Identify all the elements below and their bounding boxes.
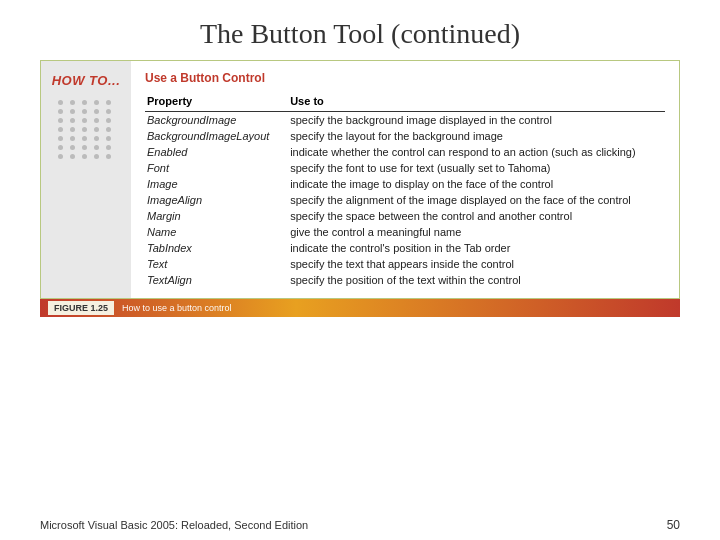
dot	[70, 118, 75, 123]
dot-pattern	[58, 100, 114, 159]
useto-cell: indicate the image to display on the fac…	[288, 176, 665, 192]
dot	[82, 127, 87, 132]
table-row: Enabledindicate whether the control can …	[145, 144, 665, 160]
dot	[82, 118, 87, 123]
dot	[106, 109, 111, 114]
dot	[58, 109, 63, 114]
table-row: Marginspecify the space between the cont…	[145, 208, 665, 224]
table-row: BackgroundImageLayoutspecify the layout …	[145, 128, 665, 144]
table-row: Fontspecify the font to use for text (us…	[145, 160, 665, 176]
useto-cell: specify the background image displayed i…	[288, 112, 665, 129]
property-cell: Image	[145, 176, 288, 192]
useto-cell: specify the space between the control an…	[288, 208, 665, 224]
dot	[94, 127, 99, 132]
dot	[70, 145, 75, 150]
col-header-useto: Use to	[288, 93, 665, 112]
dot	[94, 145, 99, 150]
property-cell: BackgroundImage	[145, 112, 288, 129]
edition-text: Microsoft Visual Basic 2005: Reloaded, S…	[40, 519, 308, 531]
property-table: Property Use to BackgroundImagespecify t…	[145, 93, 665, 288]
dot	[70, 154, 75, 159]
figure-label-area: FIGURE 1.25 How to use a button control	[48, 301, 672, 315]
useto-cell: specify the text that appears inside the…	[288, 256, 665, 272]
dot	[106, 136, 111, 141]
property-cell: Text	[145, 256, 288, 272]
footer: Microsoft Visual Basic 2005: Reloaded, S…	[40, 518, 680, 532]
dot	[58, 127, 63, 132]
dot	[82, 145, 87, 150]
howto-label: HOW TO...	[52, 73, 121, 88]
dot	[58, 136, 63, 141]
dot	[94, 154, 99, 159]
table-row: TextAlignspecify the position of the tex…	[145, 272, 665, 288]
useto-cell: indicate whether the control can respond…	[288, 144, 665, 160]
dot	[58, 154, 63, 159]
property-cell: Enabled	[145, 144, 288, 160]
dot	[70, 127, 75, 132]
useto-cell: specify the alignment of the image displ…	[288, 192, 665, 208]
dot	[82, 100, 87, 105]
page-number: 50	[667, 518, 680, 532]
table-row: ImageAlignspecify the alignment of the i…	[145, 192, 665, 208]
figure-label: FIGURE 1.25	[48, 301, 114, 315]
table-row: Imageindicate the image to display on th…	[145, 176, 665, 192]
useto-cell: give the control a meaningful name	[288, 224, 665, 240]
figure-bar: FIGURE 1.25 How to use a button control	[40, 299, 680, 317]
dot	[106, 154, 111, 159]
how-to-main: Use a Button Control Property Use to Bac…	[131, 61, 679, 298]
how-to-sidebar: HOW TO...	[41, 61, 131, 298]
dot	[94, 118, 99, 123]
useto-cell: specify the font to use for text (usuall…	[288, 160, 665, 176]
dot	[106, 118, 111, 123]
dot	[70, 100, 75, 105]
page-title: The Button Tool (continued)	[0, 0, 720, 60]
property-cell: Margin	[145, 208, 288, 224]
property-cell: TextAlign	[145, 272, 288, 288]
dot	[94, 100, 99, 105]
table-row: TabIndexindicate the control's position …	[145, 240, 665, 256]
how-to-box: HOW TO...	[40, 60, 680, 299]
property-cell: BackgroundImageLayout	[145, 128, 288, 144]
property-cell: TabIndex	[145, 240, 288, 256]
figure-wrapper: HOW TO...	[40, 60, 680, 317]
dot	[70, 136, 75, 141]
dot	[94, 136, 99, 141]
dot	[106, 145, 111, 150]
dot	[82, 136, 87, 141]
table-row: BackgroundImagespecify the background im…	[145, 112, 665, 129]
useto-cell: indicate the control's position in the T…	[288, 240, 665, 256]
section-title: Use a Button Control	[145, 71, 665, 85]
table-row: Textspecify the text that appears inside…	[145, 256, 665, 272]
dot	[94, 109, 99, 114]
useto-cell: specify the layout for the background im…	[288, 128, 665, 144]
dot	[82, 109, 87, 114]
figure-caption: How to use a button control	[122, 303, 232, 313]
dot	[106, 127, 111, 132]
property-cell: ImageAlign	[145, 192, 288, 208]
dot	[70, 109, 75, 114]
table-row: Namegive the control a meaningful name	[145, 224, 665, 240]
dot	[106, 100, 111, 105]
dot	[58, 118, 63, 123]
col-header-property: Property	[145, 93, 288, 112]
main-content: HOW TO...	[0, 60, 720, 317]
dot	[58, 100, 63, 105]
dot	[58, 145, 63, 150]
useto-cell: specify the position of the text within …	[288, 272, 665, 288]
dot	[82, 154, 87, 159]
property-cell: Font	[145, 160, 288, 176]
property-cell: Name	[145, 224, 288, 240]
